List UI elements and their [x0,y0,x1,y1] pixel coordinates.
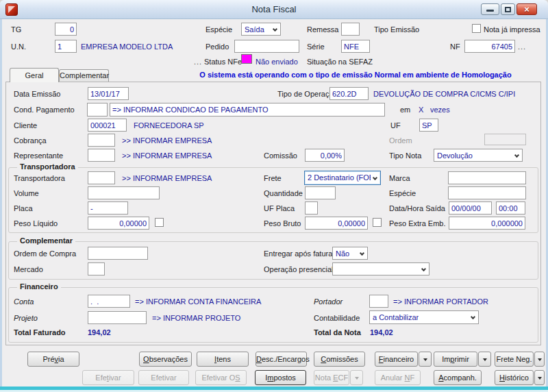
imprimir-button[interactable]: Imprimir [434,352,477,367]
frete-label: Frete [264,174,282,182]
contabilidade-select[interactable]: a Contabilizar [369,310,479,324]
peso-liquido-checkbox[interactable] [155,218,164,227]
projeto-input[interactable] [88,311,147,324]
especie-select[interactable]: Saída [241,23,281,36]
frete-neg-dropdown-button[interactable] [534,352,545,367]
transportadora-label: Transportadora [14,174,65,182]
remessa-input[interactable] [341,23,360,36]
total-da-nota-value: 194,02 [370,328,393,336]
historico-button[interactable]: Histórico [495,370,534,385]
placa-input[interactable] [88,201,128,215]
projeto-hint: => INFORMAR PROJETO [152,314,240,322]
comissoes-button[interactable]: Comissões [314,352,365,367]
data-saida-input[interactable] [449,201,492,215]
peso-extra-input[interactable] [449,217,525,230]
efetivar-parcial-button: Efetivar Parcial [138,370,189,385]
uf-input[interactable] [419,119,438,132]
cobranca-input[interactable] [88,134,115,147]
cond-pagamento-label: Cond. Pagamento [14,106,75,114]
cond-pagamento-code-input[interactable] [87,103,108,117]
quantidade-input[interactable] [305,186,336,199]
anular-nf-button: Anular NF [375,370,421,385]
dropdown-arrow-icon [538,377,542,380]
nf-more-button[interactable]: ... [518,42,526,51]
peso-liquido-input[interactable] [88,217,149,230]
ordem-label: Ordem [389,136,412,145]
nota-ja-impressa-checkbox[interactable] [472,24,481,33]
frete-value: 2 Destinatario (FOB [308,173,371,182]
tab-complementar[interactable]: Complementar [59,69,109,82]
operacao-presencial-label: Operação presencial [264,265,334,273]
especie-label: Espécie [206,25,232,34]
desc-encargos-button[interactable]: Desc./Encargos [256,352,307,367]
conta-input[interactable] [88,295,130,308]
placa-label: Placa [14,204,33,212]
cobranca-label: Cobrança [14,136,47,145]
peso-bruto-input[interactable] [305,217,368,230]
total-faturado-value: 194,02 [88,328,111,336]
transportadora-input[interactable] [88,171,115,184]
representante-hint: >> INFORMAR EMPRESA [122,151,212,160]
mercado-input[interactable] [88,262,105,275]
tab-geral[interactable]: Geral [10,68,59,82]
tipo-emissao-label: Tipo Emissão [374,25,419,34]
serie-input[interactable] [341,40,370,53]
especie-transp-label: Espécie [389,189,416,197]
financeiro-group-label: Financeiro [17,282,61,291]
tg-input[interactable] [55,23,77,36]
pedido-input[interactable] [234,40,299,53]
data-emissao-input[interactable] [88,87,129,100]
tipo-operacao-label: Tipo de Operação [277,90,338,98]
un-input[interactable] [55,40,77,53]
titlebar: Nota Fiscal × [0,0,548,19]
comissao-input[interactable] [305,149,345,162]
historico-dropdown-button[interactable] [534,370,545,385]
itens-button[interactable]: Itens [197,352,249,367]
tipo-operacao-input[interactable] [329,87,369,100]
remessa-label: Remessa [307,25,338,34]
volume-input[interactable] [88,186,160,199]
status-nfe-text: Não enviado [256,58,298,66]
entregar-apos-faturar-select[interactable]: Não [332,247,368,260]
cliente-input[interactable] [88,119,127,132]
minimize-button[interactable] [481,3,499,15]
especie-transp-input[interactable] [448,186,526,199]
data-emissao-label: Data Emissão [14,90,60,98]
system-message: O sistema está operando com o tipo de em… [169,71,543,79]
nota-ja-impressa-label: Nota já impressa [484,25,540,34]
maximize-button[interactable] [501,3,515,15]
tg-label: TG [11,25,21,34]
tipo-nota-select[interactable]: Devolução [434,149,523,162]
impostos-button[interactable]: Impostos [255,370,306,385]
marca-input[interactable] [448,171,526,184]
peso-bruto-checkbox[interactable] [373,218,382,227]
observacoes-button[interactable]: Observações [139,352,192,367]
previa-button[interactable]: Prévia [27,352,79,367]
ordem-compra-input[interactable] [88,247,148,260]
efetivar-os-button: Efetivar OS [195,370,247,385]
representante-input[interactable] [88,149,115,162]
frete-select[interactable]: 2 Destinatario (FOB [304,171,381,185]
nf-input[interactable] [464,40,515,53]
total-faturado-label: Total Faturado [14,328,66,336]
total-da-nota-label: Total da Nota [314,328,361,336]
operacao-presencial-select[interactable] [332,262,429,275]
hora-saida-input[interactable] [496,201,525,215]
imprimir-dropdown-button[interactable] [478,352,491,367]
cliente-name: FORNECEDORA SP [134,121,204,130]
maximize-icon [505,7,511,12]
frete-neg-button[interactable]: Frete Neg. [495,352,534,367]
ordem-compra-label: Ordem de Compra [14,249,76,258]
portador-input[interactable] [369,295,388,308]
financeiro-button[interactable]: Financeiro [375,352,418,367]
dropdown-arrow-icon [423,358,427,361]
close-button[interactable]: × [516,3,537,15]
cliente-label: Cliente [14,121,37,130]
acompanh-button[interactable]: Acompanh. [434,370,482,385]
uf-placa-input[interactable] [305,201,318,215]
portador-label: Portador [314,297,342,306]
cond-pagamento-desc-input[interactable] [110,103,385,117]
financeiro-dropdown-button[interactable] [419,352,432,367]
transportadora-group-label: Transportadora [17,162,78,171]
representante-label: Representante [14,151,63,160]
